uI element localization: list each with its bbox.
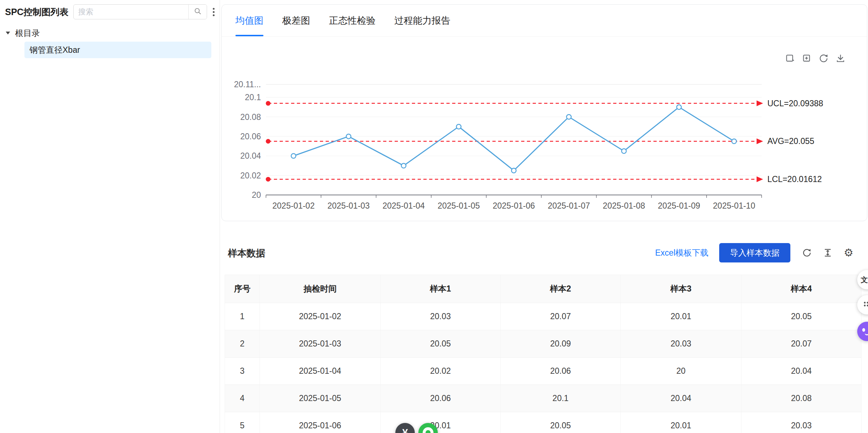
table-cell: 1 (225, 303, 260, 330)
data-point[interactable] (291, 154, 296, 158)
table-row[interactable]: 12025-01-0220.0320.0720.0120.05 (225, 303, 862, 330)
search-input[interactable] (74, 8, 188, 16)
refresh-icon[interactable] (801, 247, 813, 259)
more-menu-icon[interactable] (212, 6, 215, 18)
chart-card: 均值图极差图正态性检验过程能力报告 (221, 4, 867, 221)
table-cell: 20.01 (621, 412, 741, 433)
x-axis-label: 2025-01-05 (437, 201, 480, 210)
y-axis-label: 20.08 (240, 112, 261, 122)
x-axis-label: 2025-01-06 (493, 201, 535, 210)
search-box (73, 4, 207, 19)
data-point[interactable] (401, 163, 406, 168)
x-axis-label: 2025-01-03 (327, 201, 370, 210)
floating-green-badge[interactable] (418, 423, 438, 433)
x-axis-label: 2025-01-04 (382, 201, 425, 210)
table-cell: 20.09 (501, 330, 621, 358)
table-cell: 20.01 (621, 303, 741, 330)
x-axis-label: 2025-01-07 (548, 201, 590, 210)
table-row[interactable]: 42025-01-0520.0620.120.0420.08 (225, 385, 862, 412)
app-screen: SPC控制图列表 根目录 (0, 0, 868, 433)
column-header: 样本2 (501, 275, 621, 303)
data-point[interactable] (566, 115, 571, 119)
tab-2[interactable]: 极差图 (282, 5, 310, 36)
column-header: 样本3 (621, 275, 741, 303)
data-point[interactable] (621, 149, 626, 153)
table-cell: 2025-01-05 (260, 385, 381, 412)
control-line-label: AVG=20.055 (767, 136, 814, 146)
table-cell: 20.07 (741, 330, 862, 358)
settings-gear-icon[interactable]: ⚙ (843, 247, 854, 259)
tree-child-label: 钢管直径Xbar (29, 45, 80, 56)
table-row[interactable]: 52025-01-0620.0120.0520.0120.03 (225, 412, 862, 433)
table-cell: 2025-01-02 (260, 303, 381, 330)
control-line-start-dot (266, 139, 271, 144)
data-point[interactable] (346, 134, 351, 139)
x-axis-label: 2025-01-10 (713, 201, 756, 210)
mean-line-series (294, 107, 734, 171)
tree-root-label: 根目录 (15, 28, 40, 39)
table-cell: 20.05 (381, 330, 501, 358)
table-cell: 20.08 (741, 385, 862, 412)
floating-dark-badge[interactable]: ¥ (395, 423, 415, 433)
sidebar-header: SPC控制图列表 (0, 0, 220, 23)
table-tool-icons: ⚙ (801, 247, 854, 259)
table-cell: 2025-01-03 (260, 330, 381, 358)
tab-3[interactable]: 正态性检验 (329, 5, 376, 36)
table-cell: 20.05 (741, 303, 862, 330)
caret-down-icon (5, 28, 11, 38)
control-line-arrow (757, 101, 763, 106)
table-cell: 20.05 (501, 412, 621, 433)
table-cell: 20.06 (501, 358, 621, 385)
import-sample-data-button[interactable]: 导入样本数据 (719, 243, 790, 262)
tree-node-root[interactable]: 根目录 (4, 24, 216, 42)
y-axis-label: 20.02 (240, 171, 261, 180)
data-point[interactable] (677, 105, 681, 110)
table-cell: 2025-01-06 (260, 412, 381, 433)
tab-4[interactable]: 过程能力报告 (394, 5, 450, 36)
table-cell: 2025-01-04 (260, 358, 381, 385)
sample-data-title: 样本数据 (228, 247, 265, 260)
data-point[interactable] (732, 139, 736, 144)
robot-face-icon (862, 327, 868, 335)
table-cell: 3 (225, 358, 260, 385)
search-button[interactable] (188, 5, 207, 19)
table-cell: 20.04 (741, 358, 862, 385)
data-point[interactable] (456, 124, 461, 129)
table-cell: 20.07 (501, 303, 621, 330)
search-icon (194, 7, 202, 17)
grid-dots-icon (863, 301, 868, 309)
table-header-row: 序号抽检时间样本1样本2样本3样本4 (225, 275, 862, 303)
y-axis-label: 20.11... (234, 80, 261, 89)
x-axis-label: 2025-01-09 (658, 201, 700, 210)
tab-1[interactable]: 均值图 (235, 5, 263, 36)
column-header: 序号 (225, 275, 260, 303)
column-header: 抽检时间 (260, 275, 381, 303)
y-axis-label: 20.1 (245, 93, 261, 102)
control-line-start-dot (266, 177, 271, 182)
table-cell: 20 (621, 358, 741, 385)
table-cell: 20.03 (381, 303, 501, 330)
table-row[interactable]: 32025-01-0420.0220.062020.04 (225, 358, 862, 385)
y-axis-label: 20.06 (240, 132, 261, 141)
control-line-start-dot (266, 101, 271, 106)
y-axis-label: 20 (252, 190, 261, 200)
line-height-icon[interactable] (822, 247, 833, 259)
sidebar-title: SPC控制图列表 (5, 6, 68, 18)
table-row[interactable]: 22025-01-0320.0520.0920.0320.07 (225, 330, 862, 358)
chart-tabs: 均值图极差图正态性检验过程能力报告 (222, 5, 867, 37)
tree-node-selected[interactable]: 钢管直径Xbar (24, 42, 211, 58)
sample-data-table: 序号抽检时间样本1样本2样本3样本4 12025-01-0220.0320.07… (225, 275, 861, 433)
table-cell: 20.02 (381, 358, 501, 385)
table-cell: 20.03 (621, 330, 741, 358)
table-cell: 4 (225, 385, 260, 412)
control-line-label: UCL=20.09388 (767, 99, 823, 108)
table-cell: 20.06 (381, 385, 501, 412)
table-cell: 20.04 (621, 385, 741, 412)
table-cell: 2 (225, 330, 260, 358)
table-cell: 20.1 (501, 385, 621, 412)
excel-template-download-link[interactable]: Excel模板下载 (655, 247, 708, 259)
control-line-label: LCL=20.01612 (767, 174, 822, 184)
floating-bottom-widget: ¥ (395, 423, 438, 433)
data-point[interactable] (511, 168, 516, 173)
column-header: 样本1 (381, 275, 501, 303)
